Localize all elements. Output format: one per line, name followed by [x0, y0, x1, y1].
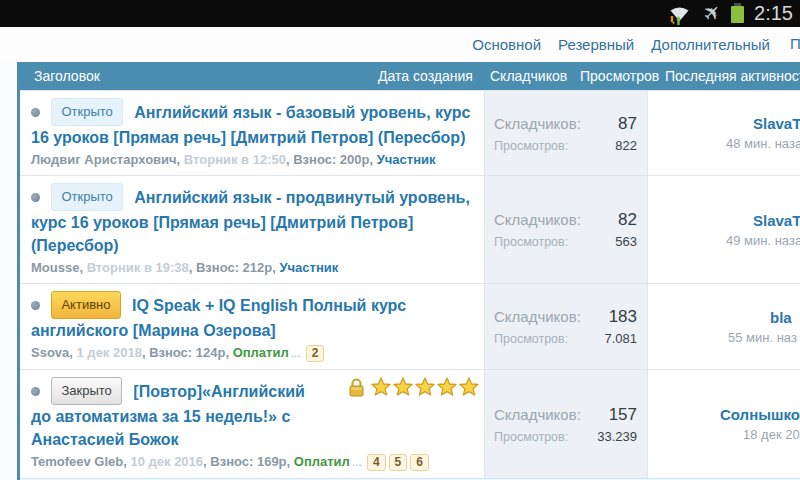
views-label: Просмотров:: [494, 332, 568, 346]
views-count: 563: [615, 234, 637, 249]
tab-dopolnitelny[interactable]: Дополнительный: [651, 36, 770, 53]
status-badge: Открыто: [51, 98, 122, 126]
participants-label: Складчиков:: [494, 308, 581, 325]
last-activity-cell: Солнышко 18 дек 20: [648, 370, 800, 478]
header-title: Заголовок: [34, 68, 100, 84]
table-row[interactable]: Открыто Английский язык - базовый уровен…: [20, 90, 800, 175]
last-activity-user[interactable]: SlavaT: [753, 115, 800, 132]
topic-byline: Ssova, 1 дек 2018, Взнос: 124р, Оплатил.…: [31, 345, 474, 362]
table-row[interactable]: Открыто Английский язык - продвинутый ур…: [20, 175, 800, 283]
stats-cell: Складчиков:82 Просмотров:563: [484, 176, 648, 283]
last-activity-time: 18 дек 20: [743, 427, 800, 442]
views-count: 33.239: [597, 429, 637, 444]
fee-amount: , Взнос: 212р,: [189, 260, 280, 275]
author-name[interactable]: Людвиг Аристархович,: [31, 152, 184, 167]
tab-rezervny[interactable]: Резервный: [558, 36, 634, 53]
account-tabs: Основной Резервный Дополнительный: [472, 27, 770, 62]
participants-count: 87: [618, 114, 637, 134]
author-name[interactable]: Ssova,: [31, 345, 77, 360]
topic-title-block: Активно IQ Speak + IQ English Полный кур…: [31, 291, 474, 342]
last-activity-time: 48 мин. наза: [726, 136, 800, 151]
header-participants: Складчиков: [490, 68, 567, 84]
created-date: 10 дек 2016: [130, 454, 203, 469]
fee-amount: , Взнос: 169р,: [203, 454, 294, 469]
airplane-mode-icon: ✈: [699, 0, 726, 26]
last-activity-cell: SlavaT 49 мин. наза: [648, 176, 800, 283]
pages-ellipsis: ...: [352, 455, 362, 469]
paid-status-label: Оплатил: [294, 454, 350, 469]
created-date: 1 дек 2018: [77, 345, 142, 360]
participants-label: Складчиков:: [494, 115, 581, 132]
lock-icon: [348, 377, 365, 398]
topic-cell: Активно IQ Speak + IQ English Полный кур…: [20, 284, 484, 369]
last-activity-cell: SlavaT 48 мин. наза: [648, 91, 800, 175]
status-bar-clock: 2:15: [754, 0, 793, 27]
stats-cell: Складчиков:87 Просмотров:822: [484, 91, 648, 175]
top-link-bar: Основной Резервный Дополнительный П: [0, 27, 800, 62]
page-number-badge[interactable]: 4: [367, 454, 386, 471]
paid-status-label: Оплатил: [233, 345, 289, 360]
unread-dot-icon: [31, 193, 40, 202]
participants-count: 183: [609, 307, 637, 327]
tab-osnovnoy[interactable]: Основной: [472, 36, 541, 53]
topic-byline: Mousse, Вторник в 19:38, Взнос: 212р, Уч…: [31, 260, 474, 276]
last-activity-user[interactable]: SlavaT: [753, 212, 800, 229]
android-status-bar: ✈ 2:15: [0, 0, 800, 27]
five-star-rating-icon: [370, 376, 480, 399]
page-number-badge[interactable]: 6: [410, 454, 429, 471]
page-number-badge[interactable]: 5: [389, 454, 408, 471]
tab-partial-cutoff[interactable]: П: [790, 35, 800, 52]
status-badge: Активно: [51, 291, 120, 319]
status-badge: Открыто: [51, 183, 122, 211]
participants-label: Складчиков:: [494, 211, 581, 228]
topic-byline: Temofeev Gleb, 10 дек 2016, Взнос: 169р,…: [31, 454, 474, 471]
topic-title-block: Открыто Английский язык - базовый уровен…: [31, 98, 474, 149]
last-activity-time: 55 мин. наз: [728, 330, 800, 345]
topics-table: Заголовок Дата создания Складчиков Просм…: [17, 62, 800, 480]
views-label: Просмотров:: [494, 235, 568, 249]
views-label: Просмотров:: [494, 430, 568, 444]
topic-title-block: Закрыто [Повтор]«Английский до автоматиз…: [31, 377, 322, 451]
page-number-badge[interactable]: 2: [306, 345, 325, 362]
unread-dot-icon: [31, 301, 40, 310]
views-count: 7.081: [604, 331, 637, 346]
last-activity-time: 49 мин. наза: [726, 233, 800, 248]
user-role-label: Участник: [377, 152, 436, 167]
stats-cell: Складчиков:183 Просмотров:7.081: [484, 284, 648, 369]
status-badge: Закрыто: [51, 377, 121, 405]
participants-count: 157: [609, 405, 637, 425]
fee-amount: , Взнос: 200р,: [286, 152, 377, 167]
participants-count: 82: [618, 210, 637, 230]
views-label: Просмотров:: [494, 139, 568, 153]
last-activity-cell: bla 55 мин. наз: [648, 284, 800, 369]
fee-amount: , Взнос: 124р,: [142, 345, 233, 360]
header-created: Дата создания: [378, 68, 473, 84]
last-activity-user[interactable]: Солнышко: [720, 406, 800, 423]
participants-label: Складчиков:: [494, 406, 581, 423]
topic-title-block: Открыто Английский язык - продвинутый ур…: [31, 183, 474, 257]
table-row[interactable]: Закрыто [Повтор]«Английский до автоматиз…: [20, 369, 800, 478]
pages-ellipsis: ...: [291, 346, 301, 360]
author-name[interactable]: Mousse,: [31, 260, 87, 275]
rating-block: [348, 376, 480, 399]
topic-cell: Открыто Английский язык - продвинутый ур…: [20, 176, 484, 283]
topic-byline: Людвиг Аристархович, Вторник в 12:50, Вз…: [31, 152, 474, 168]
author-name[interactable]: Temofeev Gleb,: [31, 454, 130, 469]
stats-cell: Складчиков:157 Просмотров:33.239: [484, 370, 648, 478]
battery-icon: [731, 6, 744, 23]
header-last-activity: Последняя активность: [665, 68, 800, 84]
last-activity-user[interactable]: bla: [770, 309, 800, 326]
unread-dot-icon: [31, 387, 40, 396]
wifi-icon: [666, 2, 693, 26]
topic-cell: Открыто Английский язык - базовый уровен…: [20, 91, 484, 175]
topic-cell: Закрыто [Повтор]«Английский до автоматиз…: [20, 370, 484, 478]
table-header: Заголовок Дата создания Складчиков Просм…: [20, 62, 800, 90]
created-date: Вторник в 19:38: [87, 260, 189, 275]
table-row[interactable]: Активно IQ Speak + IQ English Полный кур…: [20, 283, 800, 369]
views-count: 822: [615, 138, 637, 153]
created-date: Вторник в 12:50: [184, 152, 286, 167]
user-role-label: Участник: [279, 260, 338, 275]
unread-dot-icon: [31, 108, 40, 117]
header-views: Просмотров: [580, 68, 659, 84]
